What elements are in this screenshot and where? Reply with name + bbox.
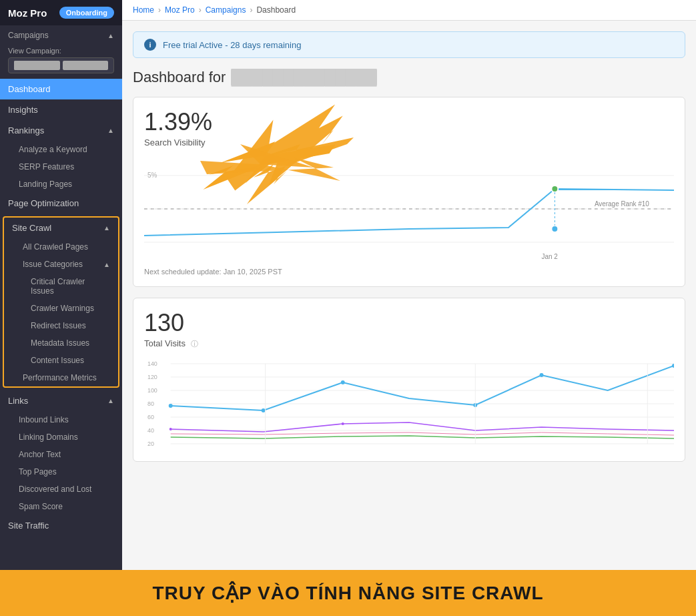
site-crawl-label: Site Crawl [12,223,51,233]
dashboard-title-prefix: Dashboard for [133,69,226,86]
search-visibility-chart: 5% Average Rank #10 Jan 2 [144,156,674,262]
svg-text:60: 60 [147,414,154,420]
svg-text:80: 80 [147,400,154,407]
bottom-banner-text: TRUY CẬP VÀO TÍNH NĂNG SITE CRAWL [152,583,543,603]
breadcrumb-sep-3: › [250,5,252,15]
sidebar-header: Moz Pro Onboarding [0,0,122,25]
onboarding-badge[interactable]: Onboarding [59,7,114,19]
links-submenu: Inbound Links Linking Domains Anchor Tex… [0,411,122,515]
svg-text:40: 40 [147,427,154,434]
sidebar-item-discovered-and-lost[interactable]: Discovered and Lost [13,481,122,498]
sidebar-nav: Dashboard Insights Rankings ▲ Analyze a … [0,79,122,570]
view-campaign-section: View Campaign: ████████████ ▼ [0,43,122,79]
chart-scheduled-update: Next scheduled update: Jan 10, 2025 PST [144,268,674,276]
bottom-banner: TRUY CẬP VÀO TÍNH NĂNG SITE CRAWL [0,570,696,616]
trial-banner: i Free trial Active - 28 days remaining [133,31,685,58]
trial-banner-text: Free trial Active - 28 days remaining [163,40,301,50]
svg-point-29 [169,404,173,408]
dropdown-arrow-icon: ▼ [63,61,109,70]
breadcrumb-sep-2: › [199,5,202,15]
campaigns-section[interactable]: Campaigns ▲ [0,25,122,43]
breadcrumb-mozpro[interactable]: Moz Pro [165,5,195,15]
svg-text:20: 20 [147,440,154,447]
site-crawl-submenu: All Crawled Pages Issue Categories ▲ Cri… [4,238,118,386]
svg-text:Average Rank #10: Average Rank #10 [595,200,649,208]
sidebar-item-anchor-text[interactable]: Anchor Text [13,446,122,463]
total-visits-label: Total Visits ⓘ [144,338,674,349]
links-label: Links [8,396,28,406]
dashboard-campaign-name: ██████████████ [231,69,376,86]
search-visibility-label: Search Visibility [144,137,674,147]
issue-categories-label: Issue Categories [23,260,83,269]
sidebar-item-analyze-keyword[interactable]: Analyze a Keyword [13,141,122,158]
main-content: Home › Moz Pro › Campaigns › Dashboard i… [122,0,696,570]
breadcrumb-home[interactable]: Home [133,5,154,15]
rankings-label: Rankings [8,125,44,135]
search-visibility-svg: 5% Average Rank #10 Jan 2 [144,156,674,262]
svg-point-31 [341,380,345,384]
svg-point-11 [551,186,558,192]
total-visits-card: 130 Total Visits ⓘ [133,298,685,462]
sidebar-item-top-pages[interactable]: Top Pages [13,463,122,481]
svg-text:100: 100 [147,387,157,394]
rankings-chevron: ▲ [107,127,114,134]
sidebar-item-serp-features[interactable]: SERP Features [13,158,122,176]
sidebar-item-performance-metrics[interactable]: Performance Metrics [17,369,118,386]
links-chevron: ▲ [107,397,114,404]
breadcrumb-campaigns[interactable]: Campaigns [206,5,246,15]
sidebar-item-metadata-issues[interactable]: Metadata Issues [25,334,118,352]
sidebar-group-rankings-header[interactable]: Rankings ▲ [0,120,122,141]
total-visits-info-icon: ⓘ [191,340,198,348]
total-visits-value: 130 [144,309,674,337]
sidebar-item-site-traffic[interactable]: Site Traffic [0,515,122,536]
campaign-select-dropdown[interactable]: ████████████ ▼ [8,57,114,73]
campaigns-chevron: ▲ [107,32,114,39]
issue-categories-submenu: Critical Crawler Issues Crawler Warnings… [17,273,118,369]
svg-point-35 [169,428,172,430]
sidebar-item-insights[interactable]: Insights [0,99,122,120]
search-visibility-card: 1.39% Search Visibility [133,97,685,287]
sidebar-item-inbound-links[interactable]: Inbound Links [13,411,122,428]
sidebar-group-site-crawl-header[interactable]: Site Crawl ▲ [4,218,118,238]
view-campaign-label: View Campaign: [8,47,114,55]
svg-point-33 [540,373,544,377]
svg-text:140: 140 [147,360,157,367]
main-inner: i Free trial Active - 28 days remaining … [122,21,696,483]
svg-text:5%: 5% [147,172,157,179]
breadcrumb-sep-1: › [158,5,161,15]
total-visits-text: Total Visits [144,338,186,348]
sidebar-item-page-optimization[interactable]: Page Optimization [0,193,122,214]
page-title: Dashboard for ██████████████ [133,69,685,86]
sidebar-item-content-issues[interactable]: Content Issues [25,352,118,369]
info-icon: i [144,39,156,51]
sidebar-group-site-crawl: Site Crawl ▲ All Crawled Pages Issue Cat… [3,216,119,388]
sidebar-group-links-header[interactable]: Links ▲ [0,390,122,411]
sidebar-item-redirect-issues[interactable]: Redirect Issues [25,317,118,334]
campaign-select-value: ████████████ [14,61,60,70]
svg-point-34 [672,364,674,368]
sidebar-item-landing-pages[interactable]: Landing Pages [13,176,122,193]
sidebar-group-rankings: Rankings ▲ Analyze a Keyword SERP Featur… [0,120,122,193]
sidebar-group-links: Links ▲ Inbound Links Linking Domains An… [0,390,122,515]
site-crawl-chevron: ▲ [103,224,110,232]
search-visibility-value: 1.39% [144,108,674,136]
sidebar-item-critical-crawler-issues[interactable]: Critical Crawler Issues [25,273,118,300]
sidebar-item-dashboard[interactable]: Dashboard [0,79,122,99]
svg-point-36 [342,422,344,425]
svg-point-12 [551,226,558,232]
campaigns-label: Campaigns [8,31,49,40]
breadcrumb-dashboard: Dashboard [256,5,296,15]
sidebar-item-linking-domains[interactable]: Linking Domains [13,428,122,446]
sidebar-item-all-crawled-pages[interactable]: All Crawled Pages [17,238,118,256]
sidebar: Moz Pro Onboarding Campaigns ▲ View Camp… [0,0,122,570]
svg-point-30 [262,408,266,412]
sidebar-item-issue-categories[interactable]: Issue Categories ▲ [17,256,118,273]
svg-text:Jan 2: Jan 2 [542,253,559,260]
total-visits-svg: 140 120 100 80 60 40 20 [144,357,674,450]
sidebar-item-spam-score[interactable]: Spam Score [13,498,122,515]
app-logo: Moz Pro [8,7,47,19]
insights-label: Insights [8,105,38,115]
issue-categories-chevron: ▲ [103,261,110,268]
svg-text:120: 120 [147,374,157,380]
sidebar-item-crawler-warnings[interactable]: Crawler Warnings [25,300,118,317]
